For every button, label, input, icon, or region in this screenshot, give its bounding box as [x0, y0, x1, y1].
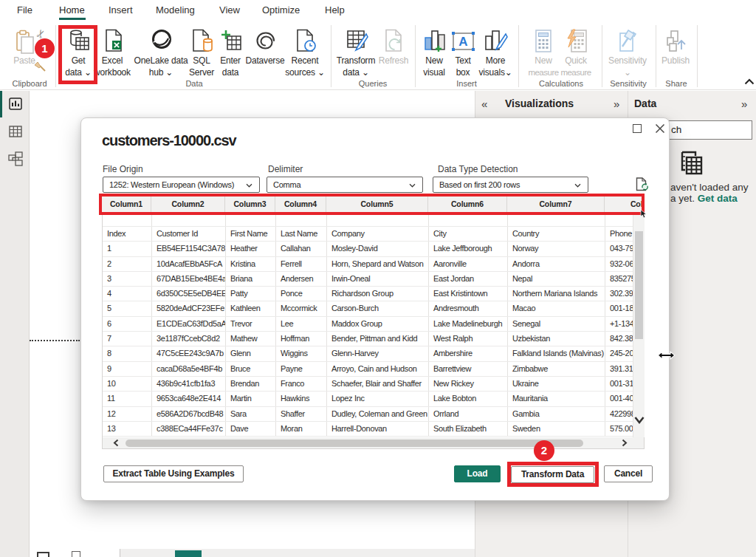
svg-text:A: A	[458, 35, 467, 49]
